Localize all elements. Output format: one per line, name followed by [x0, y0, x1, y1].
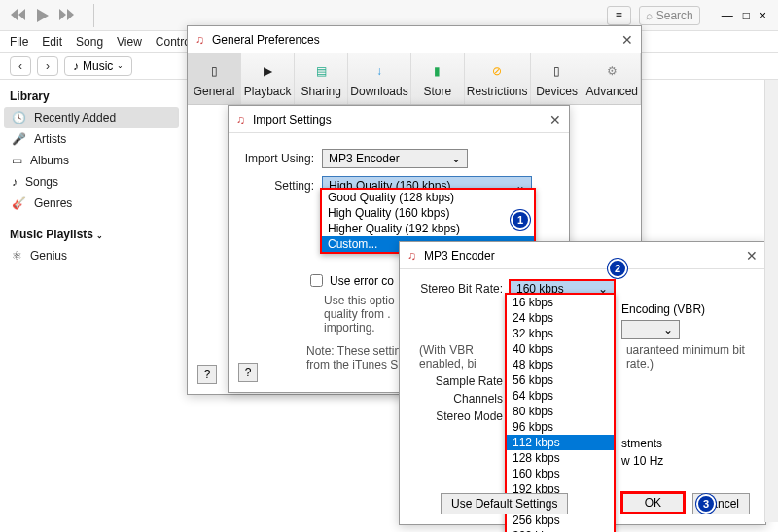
menu-file[interactable]: File — [10, 35, 28, 49]
tab-playback[interactable]: ▶Playback — [241, 53, 295, 104]
annotation-badge-1: 1 — [511, 210, 530, 230]
label-adjustments: stments — [621, 437, 662, 450]
help-button[interactable]: ? — [197, 365, 217, 384]
annotation-badge-3: 3 — [696, 494, 716, 514]
tab-store[interactable]: ▮Store — [411, 53, 465, 104]
library-selector[interactable]: ♪ Music ⌄ — [64, 56, 132, 76]
dialog-title: Import Settings — [253, 113, 332, 126]
chevron-down-icon: ⌄ — [451, 152, 461, 165]
nav-fwd-button[interactable]: › — [37, 56, 58, 76]
option-bitrate[interactable]: 80 kbps — [507, 404, 614, 419]
album-icon: ▭ — [12, 154, 22, 167]
play-icon[interactable] — [35, 8, 51, 23]
label-vbr: Encoding (VBR) — [621, 302, 705, 316]
sidebar-header-playlists: Music Playlists ⌄ — [4, 224, 179, 245]
separator — [93, 4, 94, 27]
use-default-settings-button[interactable]: Use Default Settings — [441, 493, 568, 514]
option-bitrate[interactable]: 64 kbps — [507, 388, 614, 404]
chevron-down-icon[interactable]: ⌄ — [96, 231, 103, 240]
play-circle-icon: ▶ — [243, 57, 292, 85]
menu-edit[interactable]: Edit — [42, 35, 62, 49]
option-bitrate[interactable]: 112 kbps — [507, 435, 614, 450]
option-bitrate[interactable]: 48 kbps — [507, 357, 614, 372]
vbr-note: uaranteed minimum bit rate.) — [626, 343, 758, 371]
itunes-icon: ♫ — [407, 249, 416, 263]
sidebar-item-recently-added[interactable]: 🕓Recently Added — [4, 107, 179, 128]
option-bitrate[interactable]: 40 kbps — [507, 341, 614, 357]
close-icon[interactable]: ✕ — [549, 112, 561, 127]
chevron-down-icon: ⌄ — [663, 323, 673, 337]
tab-advanced[interactable]: ⚙Advanced — [584, 53, 641, 104]
store-icon: ▮ — [413, 57, 462, 85]
tab-devices[interactable]: ▯Devices — [531, 53, 584, 104]
nav-back-button[interactable]: ‹ — [10, 56, 31, 76]
menu-song[interactable]: Song — [76, 35, 103, 49]
label-import-using: Import Using: — [242, 152, 314, 165]
window-maximize-icon[interactable]: □ — [743, 9, 750, 22]
ok-button[interactable]: OK — [620, 491, 686, 514]
label-channels: Channels — [407, 392, 503, 406]
clock-icon: 🕓 — [12, 111, 26, 124]
list-view-icon[interactable]: ≡ — [607, 6, 631, 25]
help-button[interactable]: ? — [238, 363, 258, 382]
download-icon: ↓ — [350, 57, 407, 85]
itunes-icon: ♫ — [195, 33, 204, 47]
sidebar-item-genius[interactable]: ⚛Genius — [4, 245, 179, 266]
phone-icon: ▯ — [190, 57, 238, 85]
option-bitrate[interactable]: 24 kbps — [507, 310, 614, 326]
dialog-title: General Preferences — [212, 33, 320, 47]
tab-general[interactable]: ▯General — [188, 53, 241, 104]
option-good-quality[interactable]: Good Quality (128 kbps) — [322, 190, 534, 205]
guitar-icon: 🎸 — [12, 196, 26, 210]
menu-view[interactable]: View — [117, 35, 142, 49]
dialog-title: MP3 Encoder — [424, 249, 495, 263]
sidebar-item-songs[interactable]: ♪Songs — [4, 171, 179, 193]
search-input[interactable]: ⌕ Search — [639, 6, 700, 25]
itunes-icon: ♫ — [236, 113, 245, 126]
window-close-icon[interactable]: × — [760, 9, 766, 22]
option-bitrate[interactable]: 256 kbps — [507, 513, 614, 528]
option-bitrate[interactable]: 16 kbps — [507, 295, 614, 310]
music-note-icon: ♪ — [73, 59, 79, 73]
option-high-quality[interactable]: High Quality (160 kbps) — [322, 205, 534, 221]
atom-icon: ⚛ — [12, 249, 22, 263]
scrollbar[interactable] — [764, 80, 778, 522]
option-bitrate[interactable]: 56 kbps — [507, 372, 614, 388]
tab-restrictions[interactable]: ⊘Restrictions — [465, 53, 531, 104]
label-stereo-bit-rate: Stereo Bit Rate: — [407, 282, 503, 296]
option-bitrate[interactable]: 96 kbps — [507, 419, 614, 435]
prev-track-icon[interactable] — [10, 8, 27, 23]
window-minimize-icon[interactable]: — — [722, 9, 733, 22]
option-bitrate[interactable]: 32 kbps — [507, 326, 614, 341]
mic-icon: 🎤 — [12, 132, 26, 146]
select-import-using[interactable]: MP3 Encoder⌄ — [322, 149, 468, 168]
sharing-icon: ▤ — [297, 57, 345, 85]
sidebar-item-genres[interactable]: 🎸Genres — [4, 193, 179, 214]
gear-icon: ⚙ — [586, 57, 638, 85]
devices-icon: ▯ — [533, 57, 582, 85]
tab-downloads[interactable]: ↓Downloads — [348, 53, 410, 104]
next-track-icon[interactable] — [58, 8, 76, 23]
sidebar-item-albums[interactable]: ▭Albums — [4, 150, 179, 171]
annotation-badge-2: 2 — [608, 259, 627, 278]
option-bitrate[interactable]: 320 kbps — [507, 528, 614, 532]
sidebar-header-library: Library — [4, 86, 179, 107]
tab-sharing[interactable]: ▤Sharing — [295, 53, 348, 104]
search-icon: ⌕ — [646, 9, 653, 22]
close-icon[interactable]: ✕ — [621, 32, 633, 48]
label-sample-rate: Sample Rate — [407, 374, 503, 388]
restrictions-icon: ⊘ — [467, 57, 528, 85]
select-vbr-quality[interactable]: ⌄ — [621, 320, 680, 339]
option-bitrate[interactable]: 160 kbps — [507, 466, 614, 481]
label-setting: Setting: — [242, 179, 314, 193]
label-freq: w 10 Hz — [621, 454, 663, 468]
dialog-mp3-encoder: ♫ MP3 Encoder ✕ Stereo Bit Rate: 160 kbp… — [399, 241, 766, 525]
option-higher-quality[interactable]: Higher Quality (192 kbps) — [322, 221, 534, 236]
chevron-down-icon: ⌄ — [117, 61, 124, 70]
option-bitrate[interactable]: 128 kbps — [507, 450, 614, 466]
close-icon[interactable]: ✕ — [746, 248, 758, 264]
music-note-icon: ♪ — [12, 175, 18, 189]
sidebar-item-artists[interactable]: 🎤Artists — [4, 128, 179, 150]
label-stereo-mode: Stereo Mode — [407, 409, 503, 423]
